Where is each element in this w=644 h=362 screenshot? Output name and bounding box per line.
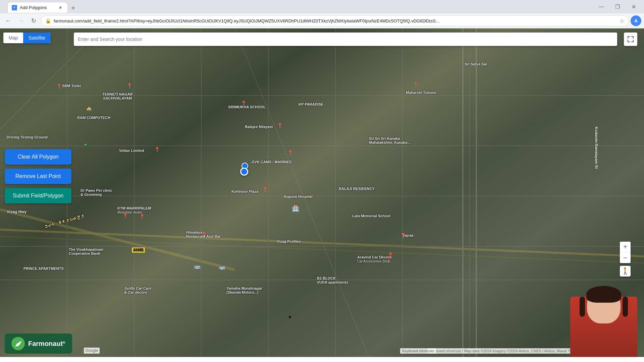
person-hair bbox=[586, 286, 621, 303]
svg-line-1 bbox=[0, 236, 644, 263]
person-hair-right bbox=[623, 297, 628, 317]
person-avatar bbox=[570, 283, 637, 357]
map-pin-ktm2: 📍 bbox=[139, 214, 145, 219]
zoom-controls: + − bbox=[620, 242, 631, 263]
map-type-toggle: Map Satellite bbox=[3, 33, 51, 43]
address-icons: ☆ bbox=[620, 18, 624, 24]
map-type-satellite-button[interactable]: Satellite bbox=[23, 33, 51, 43]
map-pin-suguna: 🏥 bbox=[292, 205, 299, 213]
tab-title: Add Polygons bbox=[20, 5, 47, 10]
map-pin-sbm: 📍 bbox=[56, 84, 62, 89]
map-type-map-button[interactable]: Map bbox=[3, 33, 23, 43]
bookmark-icon[interactable]: ☆ bbox=[620, 18, 624, 24]
map-pin-bus2: 🚌 bbox=[219, 264, 225, 270]
map-pin-himalaya: 📍 bbox=[201, 232, 207, 237]
maximize-button[interactable]: ❐ bbox=[610, 1, 625, 12]
google-attribution: Google bbox=[84, 348, 100, 354]
tab-close-button[interactable]: ✕ bbox=[57, 5, 63, 11]
map-pin-ktm: 📍 bbox=[122, 213, 128, 219]
fullscreen-button[interactable] bbox=[624, 33, 637, 46]
close-button[interactable]: ✕ bbox=[626, 1, 641, 12]
map-label-kodanda: Kodanda Ramalayam St bbox=[594, 127, 598, 169]
tab-bar: F Add Polygons ✕ + bbox=[5, 1, 80, 13]
back-button[interactable]: ← bbox=[3, 15, 13, 26]
profile-button[interactable]: A bbox=[631, 15, 641, 26]
main-location-marker bbox=[240, 168, 248, 176]
pegman-button[interactable]: 🚶 bbox=[620, 266, 631, 277]
map-pin-vajraa: 📍 bbox=[400, 233, 407, 239]
active-tab[interactable]: F Add Polygons ✕ bbox=[7, 2, 68, 13]
location-dot bbox=[240, 168, 248, 176]
person-widget bbox=[570, 283, 637, 357]
map-pin-kohinoor: 📍 bbox=[262, 187, 268, 192]
zoom-in-button[interactable]: + bbox=[620, 242, 631, 252]
submit-field-polygon-button[interactable]: Submit Field/Polygon bbox=[5, 188, 71, 203]
map-streets-svg bbox=[0, 28, 644, 357]
leaf-icon bbox=[14, 340, 22, 348]
map-data-attribution: Keyboard shortcuts | Map data ©2024 Imag… bbox=[427, 348, 577, 354]
address-bar-row: ← → ↻ 🔒 farmonaut.com/add_field_iframe2.… bbox=[0, 13, 644, 28]
keyboard-shortcuts-link[interactable]: Keyboard shortcuts bbox=[400, 348, 436, 354]
fullscreen-icon bbox=[627, 36, 634, 43]
minimize-button[interactable]: — bbox=[594, 1, 609, 12]
refresh-button[interactable]: ↻ bbox=[28, 15, 39, 26]
url-text: farmonaut.com/add_field_iframe2.html?API… bbox=[54, 18, 617, 23]
svg-line-16 bbox=[235, 28, 369, 357]
map-pin-road1: 📍 bbox=[386, 256, 392, 261]
map-pin-ram: ● bbox=[85, 142, 87, 146]
window-controls: — ❐ ✕ bbox=[594, 1, 641, 12]
action-buttons: Clear All Polygon Remove Last Point Subm… bbox=[5, 149, 71, 203]
new-tab-button[interactable]: + bbox=[68, 3, 78, 13]
farmonaut-logo: Farmonaut® bbox=[5, 334, 72, 354]
farmonaut-logo-icon bbox=[11, 337, 25, 350]
map-container[interactable]: Map Satellite Clear All Polygon Remove L… bbox=[0, 28, 644, 357]
map-pin-road2: ● bbox=[288, 314, 291, 319]
search-bar[interactable] bbox=[74, 33, 617, 46]
map-pin-gvk: 📍 bbox=[287, 150, 293, 156]
farmonaut-logo-text: Farmonaut® bbox=[28, 340, 65, 348]
person-hair-left bbox=[580, 297, 585, 317]
address-bar[interactable]: 🔒 farmonaut.com/add_field_iframe2.html?A… bbox=[41, 15, 629, 26]
map-pin-maharshi: 📍 bbox=[413, 82, 418, 87]
clear-all-polygon-button[interactable]: Clear All Polygon bbox=[5, 149, 71, 165]
pegman-icon: 🚶 bbox=[621, 267, 630, 275]
map-pin-voltas: 📍 bbox=[154, 147, 160, 152]
title-bar: F Add Polygons ✕ + — ❐ ✕ bbox=[0, 0, 644, 13]
svg-line-2 bbox=[0, 209, 235, 270]
tab-favicon: F bbox=[12, 5, 17, 10]
remove-last-point-button[interactable]: Remove Last Point bbox=[5, 169, 71, 184]
zoom-out-button[interactable]: − bbox=[620, 252, 631, 263]
map-pin-img1: 🏫 bbox=[87, 106, 92, 111]
map-pin-tenneti: 📍 bbox=[127, 83, 132, 88]
browser-chrome: F Add Polygons ✕ + — ❐ ✕ ← → ↻ 🔒 farmona… bbox=[0, 0, 644, 28]
map-pin-bus1: 🚌 bbox=[194, 263, 201, 269]
forward-button[interactable]: → bbox=[15, 15, 26, 26]
search-input[interactable] bbox=[78, 37, 613, 42]
map-pin-balajee: 📍 bbox=[277, 123, 283, 128]
map-pin-school: 📍 bbox=[241, 101, 247, 106]
